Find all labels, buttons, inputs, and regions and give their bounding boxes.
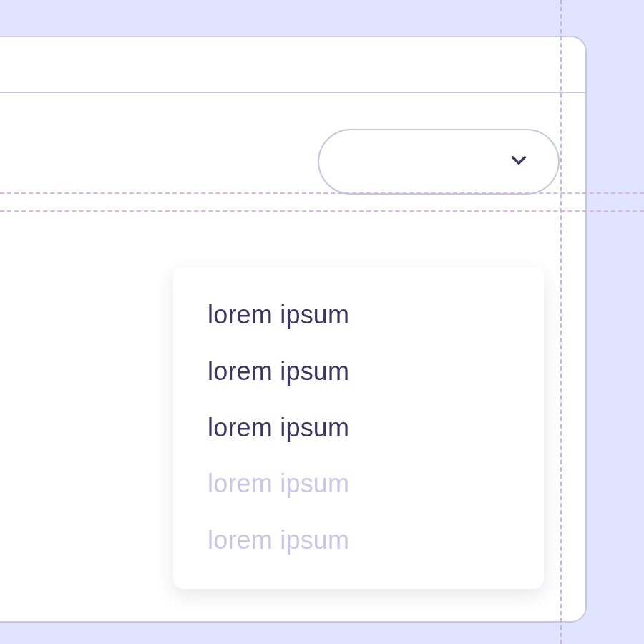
dropdown-menu: lorem ipsum lorem ipsum lorem ipsum lore… (173, 267, 544, 589)
card-body: lorem ipsum lorem ipsum lorem ipsum lore… (0, 93, 585, 195)
dropdown-option-disabled: lorem ipsum (173, 512, 544, 569)
dropdown-option[interactable]: lorem ipsum (173, 343, 544, 400)
dropdown-option[interactable]: lorem ipsum (173, 400, 544, 457)
dropdown-option[interactable]: lorem ipsum (173, 287, 544, 343)
dropdown-option-disabled: lorem ipsum (173, 456, 544, 512)
card-header (0, 37, 585, 93)
chevron-down-icon (507, 148, 531, 175)
card-panel: lorem ipsum lorem ipsum lorem ipsum lore… (0, 36, 587, 623)
dropdown-trigger[interactable] (318, 129, 560, 195)
